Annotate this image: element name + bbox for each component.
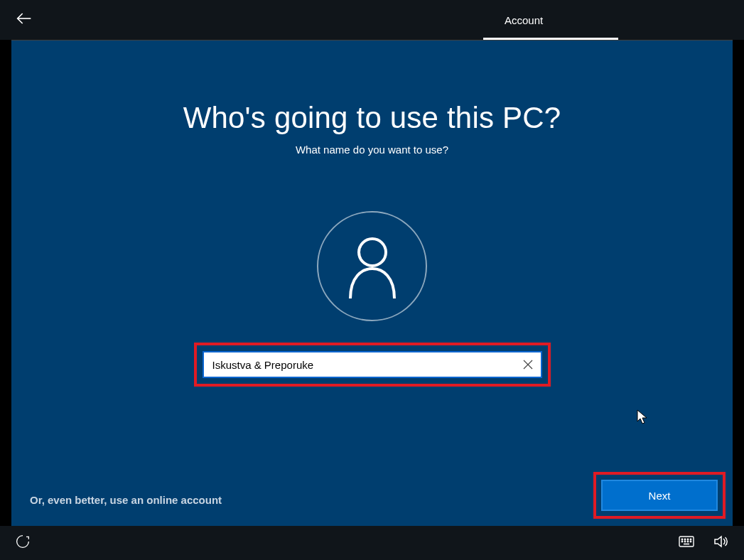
online-account-link[interactable]: Or, even better, use an online account [30, 494, 222, 506]
keyboard-icon[interactable] [679, 536, 694, 550]
avatar-placeholder [317, 211, 427, 321]
volume-icon[interactable] [714, 535, 728, 551]
username-input[interactable] [204, 352, 515, 377]
svg-point-9 [681, 541, 682, 542]
tab-account[interactable]: Account [505, 14, 543, 26]
next-button-highlight-box: Next [593, 472, 726, 519]
main-panel: Who's going to use this PC? What name do… [11, 41, 733, 526]
footer-bar [0, 526, 744, 560]
svg-point-6 [684, 539, 685, 539]
svg-point-11 [687, 541, 688, 542]
svg-point-8 [690, 539, 691, 539]
svg-marker-14 [715, 537, 721, 546]
next-button[interactable]: Next [601, 480, 718, 511]
user-icon [345, 235, 400, 298]
username-highlight-box [194, 343, 551, 387]
page-subtitle: What name do you want to use? [296, 144, 448, 156]
svg-point-10 [684, 541, 685, 542]
username-input-container [203, 351, 542, 378]
svg-point-12 [690, 541, 691, 542]
svg-point-7 [687, 539, 688, 539]
back-arrow-icon[interactable] [14, 9, 34, 31]
svg-point-5 [681, 539, 682, 539]
top-bar: Account [0, 0, 744, 40]
page-title: Who's going to use this PC? [183, 101, 561, 135]
clear-input-icon[interactable] [515, 352, 541, 377]
ease-of-access-icon[interactable] [16, 534, 30, 551]
svg-point-1 [359, 239, 386, 266]
